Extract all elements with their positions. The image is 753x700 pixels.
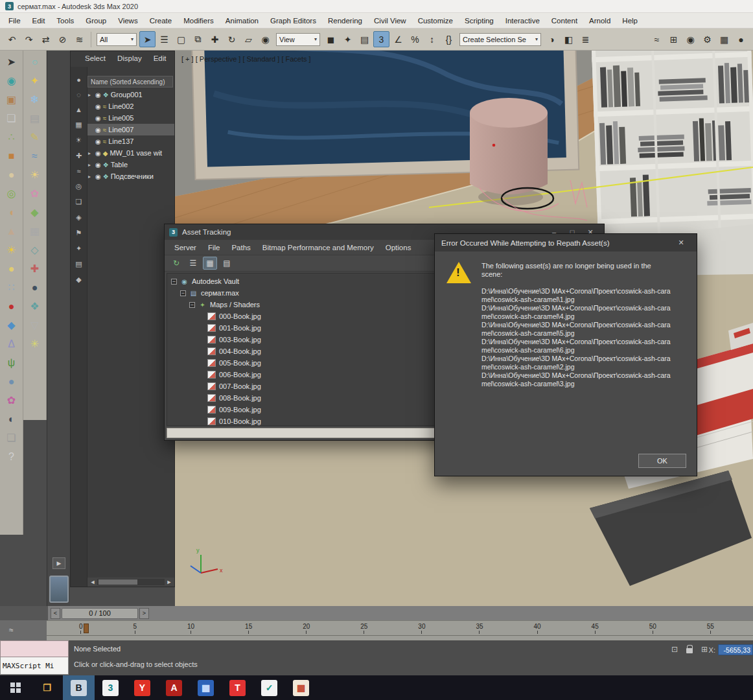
- menu-item[interactable]: Civil View: [368, 13, 412, 29]
- display-filter-icon[interactable]: ⚑: [76, 229, 82, 237]
- expand-arrow-icon[interactable]: [88, 150, 93, 156]
- explorer-tab[interactable]: Edit: [148, 54, 172, 67]
- time-slider-button[interactable]: 0 / 100: [62, 608, 138, 619]
- list-item[interactable]: ❖ Group001: [87, 89, 174, 100]
- tool-icon[interactable]: ☀: [25, 165, 45, 184]
- tool-icon[interactable]: ▽: [25, 316, 45, 334]
- toolbar-button[interactable]: ↻: [169, 257, 183, 270]
- taskbar-app[interactable]: B: [63, 675, 95, 700]
- selection-lock-icon[interactable]: [686, 648, 693, 653]
- toolbar-button[interactable]: ↕: [424, 31, 440, 47]
- tool-icon[interactable]: ●: [2, 372, 21, 391]
- visibility-eye-icon[interactable]: [95, 173, 101, 180]
- absolute-mode-grid-icon[interactable]: ⊞: [701, 645, 708, 654]
- taskbar-app[interactable]: ❒: [31, 675, 63, 700]
- close-icon[interactable]: [672, 239, 690, 247]
- tool-icon[interactable]: ▲: [2, 222, 21, 240]
- display-filter-icon[interactable]: ✦: [76, 244, 82, 253]
- maxscript-listener-label[interactable]: MAXScript Mi: [0, 657, 69, 675]
- tool-icon[interactable]: ◆: [2, 316, 21, 334]
- menu-item[interactable]: Scripting: [459, 13, 500, 29]
- toolbar-button[interactable]: ⇄: [38, 31, 54, 47]
- tool-icon[interactable]: ∴: [2, 128, 21, 146]
- toolbar-button[interactable]: ⚙: [699, 31, 715, 47]
- tool-icon[interactable]: ☀: [2, 240, 21, 259]
- menu-item[interactable]: Modifiers: [178, 13, 220, 29]
- display-filter-icon[interactable]: ◌: [76, 91, 81, 99]
- expand-arrow-icon[interactable]: [88, 174, 93, 180]
- tool-icon[interactable]: ✿: [2, 391, 21, 410]
- list-item[interactable]: ≈ Line137: [87, 135, 174, 147]
- ok-button[interactable]: OK: [638, 454, 686, 468]
- tree-expander-icon[interactable]: [189, 302, 195, 308]
- display-filter-icon[interactable]: ●: [76, 76, 81, 84]
- toolbar-button[interactable]: ✦: [340, 31, 356, 47]
- error-dialog-title-bar[interactable]: Error Occured While Attempting to Repath…: [435, 234, 697, 251]
- toolbar-button[interactable]: ◑: [544, 31, 560, 47]
- toolbar-button[interactable]: ▱: [240, 31, 257, 47]
- tool-icon[interactable]: ❏: [2, 428, 21, 447]
- tool-icon[interactable]: ▦: [25, 222, 45, 240]
- expand-arrow-icon[interactable]: [88, 92, 93, 98]
- scrollbar-thumb[interactable]: [98, 579, 137, 585]
- display-filter-icon[interactable]: ◎: [76, 182, 82, 191]
- toolbar-button[interactable]: ⊘: [54, 31, 71, 47]
- viewport-layout-thumbnail[interactable]: [49, 576, 69, 603]
- explorer-tab[interactable]: Display: [112, 54, 147, 67]
- maxscript-mini-listener[interactable]: MAXScript Mi: [0, 640, 69, 675]
- taskbar-app[interactable]: ▦: [285, 675, 317, 700]
- toolbar-button[interactable]: ▦: [716, 31, 732, 47]
- list-item[interactable]: ◆ MW_01 vase wit: [87, 147, 174, 159]
- toolbar-button[interactable]: ⊞: [666, 31, 682, 47]
- tool-icon[interactable]: Δ: [2, 334, 21, 353]
- toolbar-button[interactable]: ▢: [173, 31, 189, 47]
- tree-expander-icon[interactable]: [171, 279, 177, 285]
- display-filter-icon[interactable]: ✚: [76, 152, 82, 160]
- toolbar-button[interactable]: ≈: [649, 31, 665, 47]
- menu-item[interactable]: Server: [168, 244, 202, 251]
- toolbar-button[interactable]: ☰: [186, 257, 200, 270]
- toolbar-button[interactable]: ↻: [224, 31, 240, 47]
- toolbar-button[interactable]: ▤: [220, 257, 234, 270]
- tool-icon[interactable]: ✦: [25, 71, 45, 90]
- tool-icon[interactable]: ◖: [2, 203, 21, 222]
- mini-curve-editor-icon[interactable]: ≈: [9, 625, 14, 635]
- menu-item[interactable]: Tools: [51, 13, 80, 29]
- tree-expander-icon[interactable]: [180, 290, 186, 296]
- tool-icon[interactable]: ●: [2, 297, 21, 316]
- toolbar-button[interactable]: ✚: [207, 31, 223, 47]
- menu-item[interactable]: Content: [546, 13, 583, 29]
- tool-icon[interactable]: ✎: [25, 128, 45, 146]
- isolate-selection-icon[interactable]: ⊡: [671, 645, 678, 654]
- tool-icon[interactable]: ○: [25, 52, 45, 71]
- tool-icon[interactable]: ❏: [2, 109, 21, 128]
- tool-icon[interactable]: ➤: [2, 52, 21, 71]
- visibility-eye-icon[interactable]: [95, 103, 101, 110]
- maxscript-pink-pane[interactable]: [0, 640, 69, 657]
- tool-icon[interactable]: ❖: [25, 297, 45, 316]
- menu-item[interactable]: Interactive: [500, 13, 546, 29]
- list-item[interactable]: ❖ Подсвечники: [87, 170, 174, 182]
- menu-item[interactable]: Help: [616, 13, 643, 29]
- toolbar-button[interactable]: ◉: [682, 31, 699, 47]
- menu-item[interactable]: Edit: [27, 13, 51, 29]
- tool-icon[interactable]: ?: [2, 447, 21, 466]
- tool-icon[interactable]: ◐: [2, 410, 21, 428]
- tool-icon[interactable]: ≈: [25, 146, 45, 165]
- expand-panel-button[interactable]: ▶: [52, 557, 65, 569]
- taskbar-app[interactable]: 3: [95, 675, 126, 700]
- display-filter-icon[interactable]: ◈: [76, 213, 81, 222]
- menu-item[interactable]: Group: [80, 13, 112, 29]
- toolbar-button[interactable]: ◧: [561, 31, 577, 47]
- menu-item[interactable]: Paths: [226, 244, 256, 251]
- tool-icon[interactable]: ❄: [25, 90, 45, 109]
- menu-item[interactable]: File: [3, 13, 27, 29]
- tool-icon[interactable]: ψ: [2, 353, 21, 372]
- track-bar[interactable]: ≈ 0510152025303540455055: [0, 620, 753, 640]
- visibility-eye-icon[interactable]: [95, 161, 101, 169]
- menu-item[interactable]: Customize: [412, 13, 459, 29]
- toolbar-button[interactable]: ≣: [577, 31, 594, 47]
- tool-icon[interactable]: ◎: [2, 184, 21, 203]
- taskbar-app[interactable]: A: [158, 675, 190, 700]
- sort-header[interactable]: Name (Sorted Ascending): [87, 76, 173, 88]
